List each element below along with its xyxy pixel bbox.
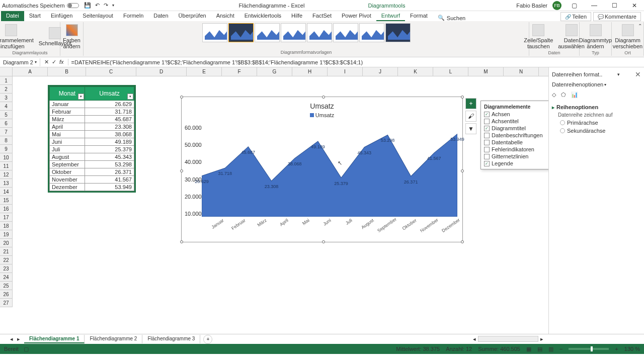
series-options-dropdown[interactable]: Datenreihenoptionen ▾ (552, 81, 641, 87)
ribbon-tab-überprüfen[interactable]: Überprüfen (174, 11, 211, 21)
save-icon[interactable]: 💾 (84, 2, 91, 9)
add-sheet-button[interactable]: + (203, 335, 212, 344)
macro-recorder-icon[interactable]: ▢ (24, 346, 29, 352)
close-pane-icon[interactable]: ✕ (635, 70, 641, 78)
popup-title: Diagrammelemente (483, 103, 548, 111)
hscrollbar[interactable] (478, 336, 538, 342)
qat-dropdown-icon[interactable]: ▾ (112, 3, 114, 8)
chart-style-8[interactable] (385, 23, 411, 42)
element-checkbox-datentabelle[interactable]: Datentabelle (483, 139, 548, 146)
sheet-tab[interactable]: Flächendiagramme 3 (142, 335, 200, 343)
chart-object[interactable]: Umsatz Umsatz 60.00050.00040.00030.00020… (181, 97, 463, 242)
change-chart-type-button[interactable]: Diagrammtyp ändern (577, 23, 614, 50)
chart-style-2[interactable] (228, 23, 254, 42)
ribbon-tab-start[interactable]: Start (24, 11, 46, 21)
collapse-ribbon-icon[interactable]: ⌃ (638, 23, 642, 29)
view-layout-icon[interactable]: ▤ (537, 346, 542, 352)
zoom-level[interactable]: 130 % (624, 346, 640, 352)
style-gallery[interactable] (202, 23, 411, 43)
zoom-out-icon[interactable]: − (559, 346, 562, 352)
chart-elements-button[interactable]: + (465, 98, 476, 109)
element-checkbox-achsen[interactable]: Achsen (483, 111, 548, 118)
group-label: Diagrammformatvorlagen (281, 50, 332, 55)
svg-marker-1 (231, 29, 254, 40)
ribbon-tab-daten[interactable]: Daten (148, 11, 173, 21)
cell-grid[interactable]: Monat▾Umsatz▾Januar26.629Februar31.718Mä… (13, 76, 548, 334)
maximize-icon[interactable]: ☐ (607, 1, 622, 10)
share-button[interactable]: 🔗 Teilen (560, 12, 591, 21)
data-table[interactable]: Monat▾Umsatz▾Januar26.629Februar31.718Mä… (48, 85, 136, 193)
view-pagebreak-icon[interactable]: ▥ (548, 346, 553, 352)
ribbon-display-icon[interactable]: ▢ (567, 1, 582, 10)
element-checkbox-gitternetzlinien[interactable]: Gitternetzlinien (483, 153, 548, 160)
chart-style-1[interactable] (202, 23, 227, 42)
change-colors-button[interactable]: Farben ändern (61, 23, 83, 50)
chart-filters-button[interactable]: ▼ (465, 123, 476, 134)
element-checkbox-legende[interactable]: Legende (483, 160, 548, 167)
view-normal-icon[interactable]: ▦ (526, 346, 531, 352)
sheet-nav-prev[interactable]: ◂ (10, 336, 13, 342)
hscroll-right[interactable]: ▸ (540, 336, 543, 342)
undo-icon[interactable]: ↶ (95, 2, 100, 9)
column-headers[interactable]: ABCDEFGHIJKLMN (13, 67, 548, 76)
chart-style-7[interactable] (359, 23, 384, 42)
redo-icon[interactable]: ↷ (104, 2, 108, 9)
titlebar: Automatisches Speichern 💾 ↶ ↷ ▾ Flächend… (0, 0, 644, 11)
element-checkbox-achsentitel[interactable]: Achsentitel (483, 118, 548, 125)
fx-icon[interactable]: fx (59, 59, 64, 65)
ribbon-tab-einfügen[interactable]: Einfügen (46, 11, 77, 21)
sheet-tab[interactable]: Flächendiagramme 1 (24, 335, 85, 343)
format-pane[interactable]: Datenreihen format.. ▾ ✕ Datenreihenopti… (548, 67, 644, 334)
zoom-slider[interactable] (569, 348, 609, 350)
ribbon-tab-seitenlayout[interactable]: Seitenlayout (77, 11, 118, 21)
group-label: Daten (548, 50, 560, 55)
hscroll-left[interactable]: ◂ (473, 336, 476, 342)
chart-legend[interactable]: Umsatz (182, 111, 462, 119)
ribbon-tab-format[interactable]: Format (405, 11, 433, 21)
minimize-icon[interactable]: — (587, 1, 602, 10)
switch-row-col-button[interactable]: Zeile/Spalte tauschen (522, 23, 555, 50)
chart-style-5[interactable] (307, 23, 332, 42)
close-icon[interactable]: ✕ (627, 1, 642, 10)
ribbon-tab-hilfe[interactable]: Hilfe (286, 11, 307, 21)
cancel-icon[interactable]: ✕ (44, 59, 49, 65)
sheet-nav-next[interactable]: ▸ (17, 336, 20, 342)
name-box[interactable]: Diagramm 2▾ (0, 58, 40, 66)
avatar[interactable]: FB (552, 1, 561, 10)
element-checkbox-diagrammtitel[interactable]: Diagrammtitel (483, 125, 548, 132)
ribbon-tab-datei[interactable]: Datei (1, 11, 24, 21)
status-sum: Summe: 460.505 (478, 346, 520, 352)
element-checkbox-datenbeschriftungen[interactable]: Datenbeschriftungen (483, 132, 548, 139)
ribbon-tab-power pivot[interactable]: Power Pivot (337, 11, 376, 21)
chart-plot-area[interactable]: 60.00050.00040.00030.00020.00010.000 Jan… (202, 125, 457, 217)
autosave-toggle[interactable]: Automatisches Speichern (2, 3, 79, 9)
fill-tab-icon[interactable]: ◇ (552, 92, 556, 98)
add-chart-element-button[interactable]: Diagrammelement hinzufügen (0, 23, 36, 50)
chart-style-4[interactable] (281, 23, 306, 42)
ribbon-tab-entwicklertools[interactable]: Entwicklertools (239, 11, 286, 21)
ribbon-tab-factset[interactable]: FactSet (307, 11, 337, 21)
ribbon-tab-formeln[interactable]: Formeln (118, 11, 148, 21)
chart-styles-button[interactable]: 🖌 (465, 111, 476, 122)
sheet-tab[interactable]: Flächendiagramme 2 (85, 335, 142, 343)
enter-icon[interactable]: ✓ (52, 59, 56, 65)
chart-style-3[interactable] (255, 23, 280, 42)
element-checkbox-fehlerindikatoren[interactable]: Fehlerindikatoren (483, 146, 548, 153)
series-options-section[interactable]: ▸ Reihenoptionen (552, 104, 641, 110)
chart-style-6[interactable] (333, 23, 358, 42)
user-name[interactable]: Fabio Basler (516, 3, 547, 9)
chart-elements-popup[interactable]: Diagrammelemente AchsenAchsentitelDiagra… (480, 101, 548, 169)
formula-input[interactable] (68, 58, 644, 66)
status-bar: Bereit ▢ Mittelwert: 38.375 Anzahl: 12 S… (0, 344, 644, 354)
svg-marker-8 (202, 134, 457, 217)
zoom-in-icon[interactable]: + (615, 346, 618, 352)
ribbon-tab-entwurf[interactable]: Entwurf (376, 11, 405, 21)
effects-tab-icon[interactable]: ⬠ (561, 92, 566, 98)
series-options-tab-icon[interactable]: 📊 (571, 92, 578, 98)
row-headers[interactable]: 1234567891011121314151617181920212223242… (0, 76, 13, 307)
chart-title[interactable]: Umsatz (182, 97, 462, 111)
comments-button[interactable]: 💬 Kommentare (593, 12, 641, 21)
search-box[interactable]: 🔍 Suchen (438, 15, 465, 21)
ribbon-tab-ansicht[interactable]: Ansicht (211, 11, 239, 21)
select-all-corner[interactable] (0, 67, 13, 76)
